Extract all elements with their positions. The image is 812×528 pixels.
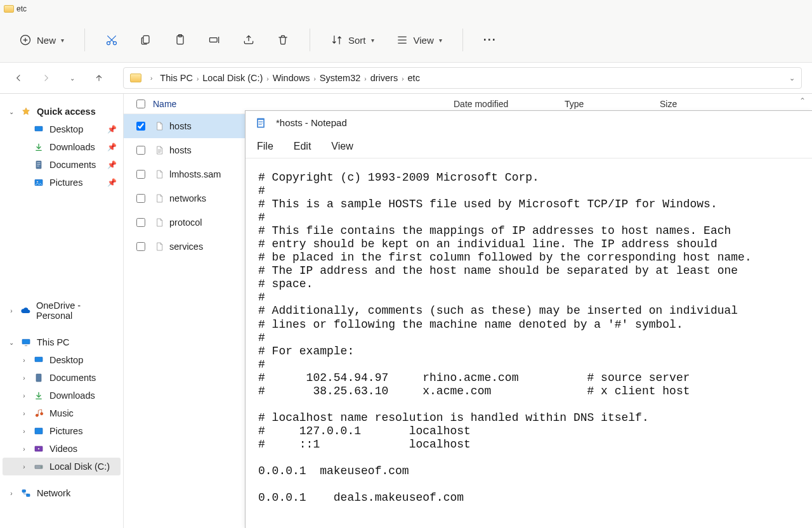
sidebar-item[interactable]: ›Local Disk (C:) xyxy=(3,458,121,475)
cut-button[interactable] xyxy=(99,29,124,51)
sidebar-item[interactable]: ›Documents xyxy=(3,369,121,387)
sidebar-item[interactable]: Pictures📌 xyxy=(3,174,121,191)
item-icon xyxy=(33,426,44,436)
breadcrumb-segment[interactable]: etc xyxy=(405,72,422,84)
sidebar-label: Quick access xyxy=(37,106,96,117)
delete-button[interactable] xyxy=(270,29,296,51)
sidebar-item-label: Pictures xyxy=(49,177,82,188)
item-icon xyxy=(33,408,44,418)
sidebar-this-pc[interactable]: ⌄ This PC xyxy=(3,333,121,351)
row-checkbox[interactable] xyxy=(136,242,145,251)
svg-point-14 xyxy=(36,414,38,416)
sidebar-quick-access[interactable]: ⌄ Quick access xyxy=(3,103,121,120)
pin-icon: 📌 xyxy=(107,143,117,151)
sidebar-onedrive[interactable]: › OneDrive - Personal xyxy=(3,297,121,325)
chevron-right-icon: › xyxy=(20,463,28,470)
recent-button[interactable]: ⌄ xyxy=(63,69,81,87)
pin-icon: 📌 xyxy=(107,125,117,134)
chevron-right-icon: › xyxy=(20,428,28,435)
svg-point-19 xyxy=(41,467,41,467)
svg-point-10 xyxy=(37,181,39,183)
view-button[interactable]: View ▾ xyxy=(390,29,449,51)
notepad-editor[interactable]: # Copyright (c) 1993-2009 Microsoft Corp… xyxy=(246,158,812,528)
svg-rect-8 xyxy=(36,161,41,169)
sidebar-item[interactable]: Desktop📌 xyxy=(3,120,121,138)
sidebar-item-label: Documents xyxy=(49,160,96,170)
row-checkbox[interactable] xyxy=(136,146,145,155)
file-icon xyxy=(154,216,168,229)
item-icon xyxy=(33,373,44,383)
file-name: networks xyxy=(169,193,206,203)
copy-icon xyxy=(140,34,152,46)
item-icon xyxy=(33,390,44,401)
folder-icon xyxy=(130,74,141,82)
sidebar-item[interactable]: ›Music xyxy=(3,404,121,422)
sort-button[interactable]: Sort ▾ xyxy=(324,29,381,51)
svg-rect-11 xyxy=(22,339,30,344)
sidebar-item[interactable]: Downloads📌 xyxy=(3,138,121,156)
sidebar-placeholder xyxy=(3,209,121,227)
sidebar-item[interactable]: ›Pictures xyxy=(3,422,121,440)
breadcrumb-segment[interactable]: System32 xyxy=(317,72,363,84)
column-type[interactable]: Type xyxy=(565,99,584,109)
chevron-down-icon: ▾ xyxy=(439,37,442,44)
notepad-window: *hosts - Notepad File Edit View # Copyri… xyxy=(245,110,812,528)
rename-button[interactable] xyxy=(202,29,227,51)
notepad-menu: File Edit View xyxy=(246,135,812,158)
new-button[interactable]: New ▾ xyxy=(13,29,70,51)
breadcrumb-segment[interactable]: Local Disk (C:) xyxy=(200,72,265,84)
navigation-pane: ⌄ Quick access Desktop📌Downloads📌Documen… xyxy=(0,94,124,528)
sidebar-network[interactable]: › Network xyxy=(3,484,121,502)
select-all-checkbox[interactable] xyxy=(136,100,145,108)
more-button[interactable]: ··· xyxy=(477,29,503,52)
row-checkbox[interactable] xyxy=(136,218,145,227)
sidebar-item[interactable]: ›Videos xyxy=(3,440,121,458)
address-bar[interactable]: › This PC›Local Disk (C:)›Windows›System… xyxy=(123,67,802,89)
breadcrumb-segment[interactable]: drivers xyxy=(368,72,401,84)
column-size[interactable]: Size xyxy=(660,99,677,109)
share-button[interactable] xyxy=(236,29,261,51)
row-checkbox[interactable] xyxy=(136,122,145,131)
pin-icon: 📌 xyxy=(107,160,117,169)
item-icon xyxy=(33,177,44,188)
svg-rect-21 xyxy=(27,494,30,496)
back-button[interactable] xyxy=(10,69,28,87)
sidebar-item[interactable]: ›Downloads xyxy=(3,387,121,404)
svg-rect-7 xyxy=(35,126,43,131)
menu-edit[interactable]: Edit xyxy=(292,138,313,155)
menu-file[interactable]: File xyxy=(256,138,275,155)
file-icon xyxy=(154,120,168,132)
sidebar-item-label: Music xyxy=(49,408,74,418)
paste-button[interactable] xyxy=(167,29,193,51)
chevron-down-icon: ⌄ xyxy=(8,108,15,115)
up-button[interactable] xyxy=(90,69,108,87)
svg-rect-13 xyxy=(36,374,41,382)
breadcrumb-segment[interactable]: This PC xyxy=(157,72,195,84)
sidebar-item[interactable]: ›Desktop xyxy=(3,351,121,369)
breadcrumb-segment[interactable]: Windows xyxy=(270,72,313,84)
plus-circle-icon xyxy=(19,34,32,46)
sidebar-item[interactable]: Documents📌 xyxy=(3,156,121,174)
sidebar-item-label: Pictures xyxy=(49,426,82,436)
row-checkbox[interactable] xyxy=(136,170,145,179)
file-icon xyxy=(154,168,168,181)
window-title: etc xyxy=(16,4,27,13)
scroll-up-icon[interactable]: ⌃ xyxy=(799,96,806,105)
file-name: lmhosts.sam xyxy=(169,169,221,179)
forward-button[interactable] xyxy=(37,69,55,87)
share-icon xyxy=(242,34,255,46)
list-icon xyxy=(396,34,409,46)
menu-view[interactable]: View xyxy=(330,138,354,155)
file-name: services xyxy=(169,241,203,252)
row-checkbox[interactable] xyxy=(136,194,145,203)
column-name[interactable]: Name xyxy=(153,99,343,109)
file-icon xyxy=(154,192,168,205)
copy-button[interactable] xyxy=(133,29,159,51)
chevron-down-icon[interactable]: ⌄ xyxy=(789,74,795,82)
column-date[interactable]: Date modified xyxy=(454,99,508,109)
notepad-titlebar[interactable]: *hosts - Notepad xyxy=(246,111,812,135)
sidebar-item-label: Documents xyxy=(49,373,96,383)
sidebar-label: This PC xyxy=(37,337,70,347)
notepad-icon xyxy=(254,117,267,129)
ribbon-toolbar: New ▾ Sort ▾ View ▾ ··· xyxy=(0,18,812,62)
